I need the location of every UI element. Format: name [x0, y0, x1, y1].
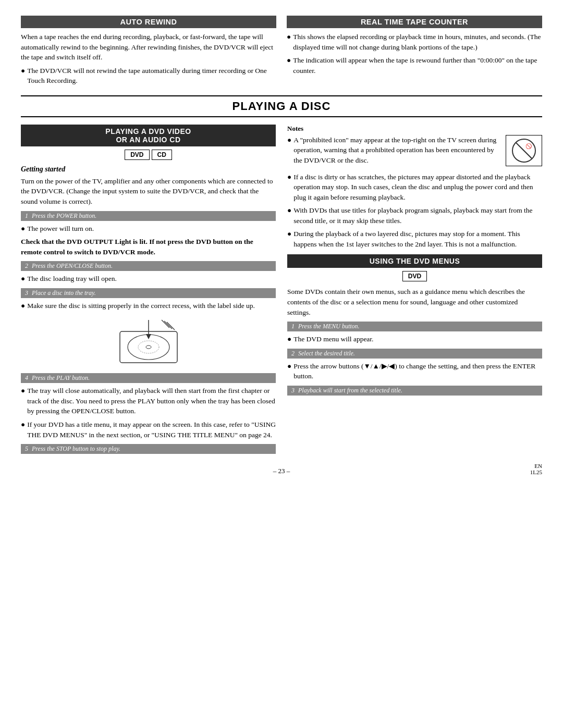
bullet-icon: ●: [21, 224, 25, 234]
menu-step1-bullet: ● The DVD menu will appear.: [287, 334, 542, 344]
page-footer: – 23 – EN 1L25: [21, 467, 542, 475]
menu-step3-num: 3: [291, 387, 295, 394]
step4-bullet2-text: If your DVD has a title menu, it may app…: [27, 419, 276, 440]
main-content: PLAYING A DVD VIDEO OR AN AUDIO CD DVD C…: [21, 125, 542, 456]
dvd-audio-cd-header-line2: OR AN AUDIO CD: [25, 135, 272, 144]
svg-text:🚫: 🚫: [525, 143, 532, 150]
page-code-line1: EN: [530, 463, 542, 469]
getting-started-heading: Getting started: [21, 165, 276, 174]
dvd-menus-header: USING THE DVD MENUS: [287, 254, 542, 268]
step3-num: 3: [25, 289, 28, 297]
bullet-icon: ●: [287, 32, 291, 52]
step1-bullet: ● The power will turn on.: [21, 224, 276, 234]
bullet-icon: ●: [21, 274, 25, 284]
step4-bullet2: ● If your DVD has a title menu, it may a…: [21, 419, 276, 440]
bullet-icon: ●: [21, 386, 25, 416]
playing-a-disc-title-section: PLAYING A DISC: [21, 95, 542, 117]
svg-point-2: [146, 346, 151, 349]
note2-bullet: ● If a disc is dirty or has scratches, t…: [287, 172, 542, 203]
step3-text: Place a disc into the tray.: [32, 289, 96, 297]
note1-text-container: ● A "prohibited icon" may appear at the …: [287, 135, 501, 169]
menu-step2-num: 2: [291, 350, 295, 357]
auto-rewind-bullet1: ● The DVD/VCR will not rewind the tape a…: [21, 66, 276, 86]
right-column: Notes ● A "prohibited icon" may appear a…: [287, 125, 542, 456]
step1-text: Press the POWER button.: [32, 212, 96, 219]
tape-counter-bullet2-text: The indication will appear when the tape…: [293, 55, 542, 76]
auto-rewind-para1: When a tape reaches the end during recor…: [21, 32, 276, 63]
step4-header: 4 Press the PLAY button.: [21, 373, 276, 383]
note2-text: If a disc is dirty or has scratches, the…: [293, 172, 542, 203]
svg-marker-8: [146, 334, 151, 339]
bullet-icon: ●: [21, 301, 25, 311]
step4-text: Press the PLAY button.: [32, 374, 90, 381]
step3-bullet-text: Make sure the disc is sitting properly i…: [27, 301, 255, 311]
note1-bullet: ● A "prohibited icon" may appear at the …: [287, 135, 501, 166]
tape-counter-bullet1-text: This shows the elapsed recording or play…: [293, 32, 542, 52]
dvd-audio-cd-header: PLAYING A DVD VIDEO OR AN AUDIO CD: [21, 125, 276, 146]
bullet-icon: ●: [287, 229, 291, 249]
step1-bullet-text: The power will turn on.: [27, 224, 94, 234]
bullet-icon: ●: [21, 419, 25, 440]
step2-bullet-text: The disc loading tray will open.: [27, 274, 117, 284]
playing-a-disc-title: PLAYING A DISC: [232, 100, 331, 113]
bullet-icon: ●: [287, 135, 291, 166]
bullet-icon: ●: [287, 55, 291, 76]
note1-item: ● A "prohibited icon" may appear at the …: [287, 135, 542, 169]
step1-bold-content: Check that the DVD OUTPUT Light is lit. …: [21, 238, 253, 256]
step3-bullet: ● Make sure the disc is sitting properly…: [21, 301, 276, 311]
bullet-icon: ●: [287, 361, 291, 381]
getting-started-para: Turn on the power of the TV, amplifier a…: [21, 176, 276, 207]
svg-point-3: [138, 341, 159, 353]
dvd-only-badge: DVD: [402, 271, 427, 281]
note4-bullet: ● During the playback of a two layered d…: [287, 229, 542, 249]
page-code-line2: 1L25: [530, 469, 542, 475]
menu-step2-header: 2 Select the desired title.: [287, 349, 542, 359]
prohibited-icon-box: 🚫: [506, 135, 542, 166]
step4-bullet1: ● The tray will close automatically, and…: [21, 386, 276, 416]
step2-text: Press the OPEN/CLOSE button.: [32, 262, 113, 269]
menu-step3-text: Playback will start from the selected ti…: [298, 387, 402, 394]
menu-step1-bullet-text: The DVD menu will appear.: [293, 334, 373, 344]
menu-step1-text: Press the MENU button.: [298, 323, 360, 330]
menu-step2-text: Select the desired title.: [298, 350, 355, 357]
bullet-icon: ●: [287, 334, 291, 344]
step3-header: 3 Place a disc into the tray.: [21, 288, 276, 298]
bullet-icon: ●: [287, 172, 291, 203]
page-number: – 23 –: [273, 467, 290, 475]
disc-illustration: [21, 316, 276, 368]
menu-step1-num: 1: [291, 323, 295, 330]
notes-section: Notes ● A "prohibited icon" may appear a…: [287, 125, 542, 250]
left-column: PLAYING A DVD VIDEO OR AN AUDIO CD DVD C…: [21, 125, 276, 456]
dvd-menus-para: Some DVDs contain their own menus, such …: [287, 287, 542, 317]
auto-rewind-bullet1-text: The DVD/VCR will not rewind the tape aut…: [27, 66, 276, 86]
tape-counter-bullet2: ● The indication will appear when the ta…: [287, 55, 542, 76]
badge-row: DVD CD: [21, 150, 276, 160]
cd-badge: CD: [152, 150, 172, 160]
menu-step2-bullet-text: Press the arrow buttons (▼/▲/▶/◀) to cha…: [293, 361, 542, 381]
tape-counter-bullet1: ● This shows the elapsed recording or pl…: [287, 32, 542, 52]
menu-step1-header: 1 Press the MENU button.: [287, 322, 542, 331]
step2-header: 2 Press the OPEN/CLOSE button.: [21, 261, 276, 271]
notes-title: Notes: [287, 125, 542, 133]
bullet-icon: ●: [287, 205, 291, 226]
step5-num: 5: [25, 445, 28, 452]
step1-header: 1 Press the POWER button.: [21, 211, 276, 221]
bullet-icon: ●: [21, 66, 25, 86]
note3-bullet: ● With DVDs that use titles for playback…: [287, 205, 542, 226]
note3-text: With DVDs that use titles for playback p…: [293, 205, 542, 226]
svg-line-4: [164, 321, 172, 329]
note1-text: A "prohibited icon" may appear at the to…: [293, 135, 501, 166]
step2-num: 2: [25, 262, 28, 269]
step4-bullet1-text: The tray will close automatically, and p…: [27, 386, 276, 416]
dvd-badge: DVD: [125, 150, 149, 160]
disc-svg: [115, 316, 182, 368]
step5-text: Press the STOP button to stop play.: [32, 445, 120, 452]
step1-num: 1: [25, 212, 28, 219]
tape-counter-header: REAL TIME TAPE COUNTER: [287, 16, 542, 28]
menu-step3-header: 3 Playback will start from the selected …: [287, 386, 542, 396]
step5-header: 5 Press the STOP button to stop play.: [21, 444, 276, 454]
prohibited-icon-svg: 🚫: [511, 138, 537, 164]
auto-rewind-section: AUTO REWIND When a tape reaches the end …: [21, 16, 276, 89]
page-code: EN 1L25: [530, 463, 542, 475]
auto-rewind-header: AUTO REWIND: [21, 16, 276, 28]
